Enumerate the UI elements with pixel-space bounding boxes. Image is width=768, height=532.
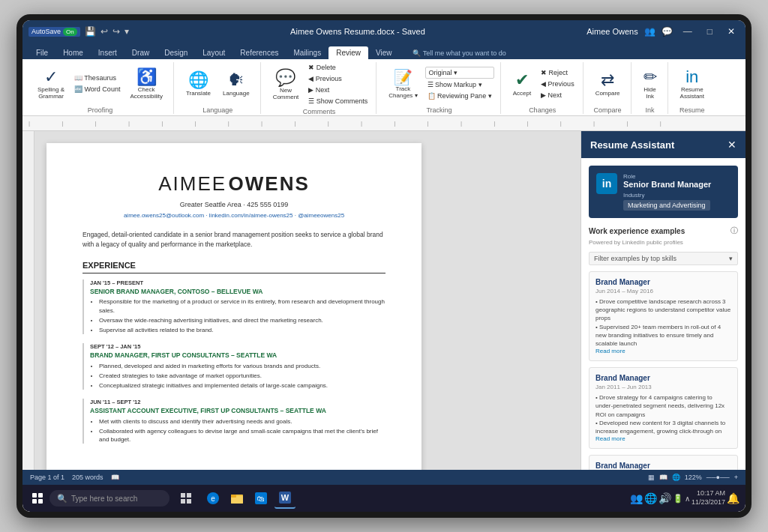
maximize-button[interactable]: □ [703, 26, 717, 37]
taskbar-file-explorer[interactable] [226, 488, 248, 509]
compare-button[interactable]: ⇄ Compare [591, 69, 625, 98]
taskbar-chevron-icon[interactable]: ∧ [685, 495, 690, 503]
minimize-button[interactable]: — [679, 26, 697, 37]
thesaurus-button[interactable]: 📖 Thesaurus [72, 73, 122, 83]
tab-references[interactable]: References [232, 46, 286, 59]
info-icon[interactable]: ⓘ [730, 226, 738, 236]
ribbon-group-proofing: ✓ Spelling &Grammar 📖 Thesaurus 🔤 Word C… [27, 62, 174, 114]
experience-section-title: EXPERIENCE [82, 260, 386, 273]
filter-bar[interactable]: Filter examples by top skills ▾ [589, 252, 738, 265]
doc-area: AIMEE OWENS Greater Seattle Area · 425 5… [34, 131, 580, 470]
comments-label: Comments [268, 106, 370, 115]
doc-contact: aimee.owens25@outlook.com · linkedin.com… [82, 211, 386, 220]
example-1-read-more[interactable]: Read more [596, 348, 731, 354]
track-changes-button[interactable]: 📝 TrackChanges ▾ [384, 67, 422, 101]
document-page[interactable]: AIMEE OWENS Greater Seattle Area · 425 5… [46, 143, 422, 470]
tab-mailings[interactable]: Mailings [286, 46, 328, 59]
show-markup-button[interactable]: ☰ Show Markup ▾ [425, 79, 494, 90]
clock-time: 10:17 AM [692, 489, 725, 498]
job-entry-1: Jan '15 – Present SENIOR BRAND MANAGER, … [82, 279, 386, 334]
previous-change-button[interactable]: ◀ Previous [538, 79, 577, 89]
show-comments-button[interactable]: ☰ Show Comments [306, 96, 370, 106]
example-card-1: Brand Manager Jun 2014 – May 2016 • Drov… [589, 271, 738, 361]
tab-layout[interactable]: Layout [195, 46, 232, 59]
start-button[interactable] [28, 489, 46, 507]
name-first: AIMEE [158, 172, 226, 195]
translate-button[interactable]: 🌐 Translate [182, 69, 215, 98]
tab-insert[interactable]: Insert [91, 46, 124, 59]
ribbon-group-comments: 💬 NewComment ✖ Delete ◀ Previous ▶ Next … [262, 62, 377, 114]
doc-scroll[interactable]: AIMEE OWENS Greater Seattle Area · 425 5… [34, 131, 580, 470]
taskbar-volume-icon[interactable]: 🔊 [658, 492, 671, 504]
view-layout-icon[interactable]: ▦ [648, 474, 655, 481]
resume-assistant-button[interactable]: in ResumeAssistant [676, 66, 709, 102]
accept-button[interactable]: ✔ Accept [508, 69, 536, 98]
check-accessibility-button[interactable]: ♿ CheckAccessibility [125, 66, 167, 102]
next-change-button[interactable]: ▶ Next [538, 90, 577, 100]
markup-dropdown[interactable]: Original ▾ [425, 67, 494, 79]
job-3-bullets: Met with clients to discuss and identify… [90, 417, 386, 444]
word-count-button[interactable]: 🔤 Word Count [72, 84, 122, 94]
tab-review[interactable]: Review [328, 46, 368, 59]
zoom-slider[interactable]: ──●── [706, 474, 730, 481]
tab-home[interactable]: Home [56, 46, 91, 59]
proofing-label: Proofing [33, 105, 167, 114]
autosave-toggle[interactable]: On [63, 28, 77, 36]
tab-draw[interactable]: Draw [124, 46, 157, 59]
comment-icon[interactable]: 💬 [662, 26, 673, 37]
share-icon[interactable]: 👥 [644, 26, 656, 37]
taskbar-search[interactable]: 🔍 Type here to search [50, 490, 170, 507]
example-2-title: Brand Manager [596, 374, 731, 382]
taskbar-store[interactable]: 🛍 [250, 488, 272, 509]
undo-icon[interactable]: ↩ [100, 26, 108, 37]
svg-rect-8 [231, 495, 236, 498]
job-3-title: ASSISTANT ACCOUNT EXECUTIVE, FIRST UP CO… [90, 407, 386, 416]
page-count: Page 1 of 1 [30, 474, 64, 481]
proofing-icon[interactable]: 📖 [111, 474, 119, 481]
ink-label: Ink [639, 105, 662, 114]
panel-body[interactable]: in Role Senior Brand Manager Industry Ma… [581, 158, 746, 470]
reject-button[interactable]: ✖ Reject [538, 67, 577, 78]
job-1-title: SENIOR BRAND MANAGER, CONTOSO – BELLEVUE… [90, 288, 386, 297]
notification-icon[interactable]: 🔔 [727, 492, 740, 504]
task-view-button[interactable] [176, 488, 196, 509]
next-comment-button[interactable]: ▶ Next [306, 85, 370, 95]
delete-comment-button[interactable]: ✖ Delete [306, 62, 370, 73]
tab-file[interactable]: File [28, 46, 56, 59]
language-button[interactable]: 🗣 Language [218, 69, 254, 98]
panel-close-button[interactable]: ✕ [728, 139, 736, 151]
taskbar-word[interactable]: W [274, 488, 296, 509]
tab-tell-me[interactable]: 🔍 Tell me what you want to do [405, 47, 513, 59]
ruler-bar: | | | | | | | | | | | | | | | | | | | | [22, 116, 746, 131]
new-comment-button[interactable]: 💬 NewComment [268, 67, 304, 103]
clock-date: 11/23/2017 [692, 498, 725, 507]
industry-label: Industry [623, 192, 711, 199]
spelling-grammar-button[interactable]: ✓ Spelling &Grammar [33, 66, 69, 102]
list-item: Supervise all activities related to the … [99, 326, 386, 334]
word-count: 205 words [72, 474, 104, 481]
reviewing-pane-button[interactable]: 📋 Reviewing Pane ▾ [425, 91, 494, 101]
industry-value: Marketing and Advertising [623, 200, 710, 211]
redo-icon[interactable]: ↪ [112, 26, 120, 37]
tab-design[interactable]: Design [157, 46, 195, 59]
view-web-icon[interactable]: 🌐 [672, 474, 680, 481]
close-button[interactable]: ✕ [723, 26, 740, 37]
main-area: AIMEE OWENS Greater Seattle Area · 425 5… [22, 131, 746, 470]
taskbar-battery-icon[interactable]: 🔋 [673, 494, 683, 504]
taskbar-edge[interactable]: e [202, 488, 224, 509]
role-value: Senior Brand Manager [623, 180, 711, 189]
prev-comment-button[interactable]: ◀ Previous [306, 73, 370, 84]
example-2-read-more[interactable]: Read more [596, 435, 731, 442]
hide-ink-button[interactable]: ✏ HideInk [639, 66, 662, 102]
resume-name: AIMEE OWENS [82, 170, 386, 197]
taskbar-network-icon[interactable]: 🌐 [644, 492, 657, 504]
zoom-in-icon[interactable]: + [734, 474, 738, 481]
example-2-date: Jan 2011 – Jun 2013 [596, 384, 731, 390]
changes-label: Changes [508, 105, 577, 114]
save-icon[interactable]: 💾 [85, 26, 96, 37]
view-read-icon[interactable]: 📖 [659, 474, 668, 481]
powered-by: Powered by LinkedIn public profiles [589, 239, 738, 246]
tab-view[interactable]: View [368, 46, 400, 59]
taskbar-people-icon[interactable]: 👥 [630, 492, 643, 504]
svg-rect-0 [181, 493, 185, 498]
